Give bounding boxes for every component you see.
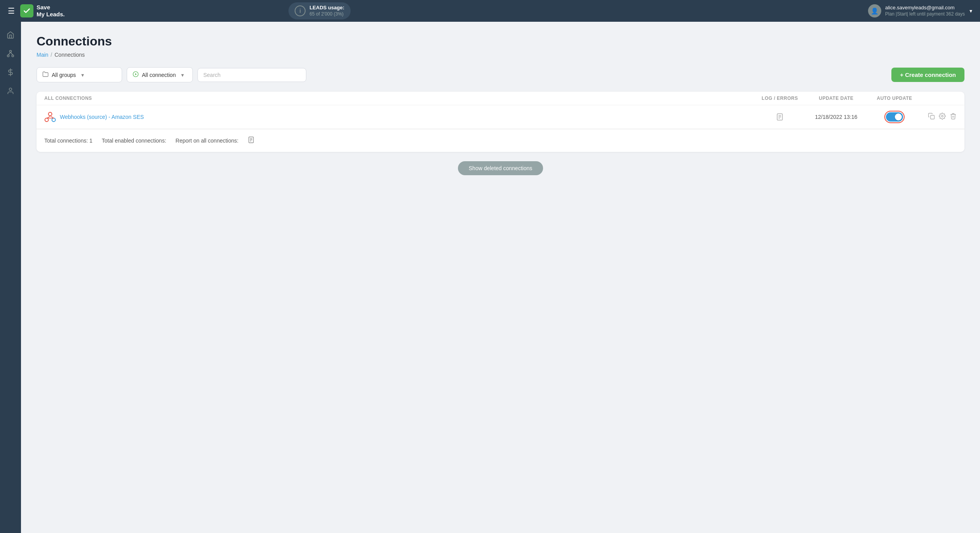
connection-name-cell: Webhooks (source) - Amazon SES bbox=[44, 111, 755, 123]
logo: Save My Leads. bbox=[20, 4, 65, 18]
show-deleted-button[interactable]: Show deleted connections bbox=[458, 161, 543, 175]
groups-select[interactable]: All groups ▾ bbox=[37, 67, 122, 82]
user-details: alice.savemyleads@gmail.com Plan |Start|… bbox=[885, 5, 965, 17]
svg-point-17 bbox=[942, 115, 943, 117]
header-auto-update: AUTO UPDATE bbox=[867, 96, 922, 101]
duplicate-icon[interactable] bbox=[928, 113, 935, 121]
log-icon-cell[interactable] bbox=[755, 113, 805, 121]
leads-usage-button[interactable]: i LEADS usage: 65 of 2'000 (3%) bbox=[288, 2, 351, 19]
table-footer: Total connections: 1 Total enabled conne… bbox=[37, 129, 964, 152]
create-connection-button[interactable]: + Create connection bbox=[891, 68, 964, 82]
svg-rect-16 bbox=[931, 115, 935, 119]
connection-type-select[interactable]: All connection ▾ bbox=[127, 67, 193, 82]
delete-icon[interactable] bbox=[950, 113, 957, 121]
leads-usage-text: LEADS usage: 65 of 2'000 (3%) bbox=[309, 5, 344, 17]
connection-play-icon bbox=[133, 71, 139, 78]
svg-line-4 bbox=[10, 52, 13, 55]
search-input[interactable] bbox=[197, 68, 306, 82]
connection-label: All connection bbox=[142, 72, 176, 78]
table-header: ALL CONNECTIONS LOG / ERRORS UPDATE DATE… bbox=[37, 92, 964, 105]
total-enabled: Total enabled connections: bbox=[102, 138, 166, 144]
show-deleted-wrapper: Show deleted connections bbox=[37, 161, 964, 175]
navbar-right: 👤 alice.savemyleads@gmail.com Plan |Star… bbox=[868, 4, 972, 17]
header-update-date: UPDATE DATE bbox=[805, 96, 867, 101]
groups-chevron-icon: ▾ bbox=[81, 72, 84, 78]
main-content: Connections Main / Connections All group… bbox=[21, 22, 980, 533]
breadcrumb-current: Connections bbox=[54, 52, 85, 58]
toolbar: All groups ▾ All connection ▾ + Create c… bbox=[37, 67, 964, 82]
navbar: ☰ Save My Leads. i LEADS usage: 65 of 2'… bbox=[0, 0, 980, 22]
report-label: Report on all connections: bbox=[176, 138, 239, 144]
navbar-chevron-icon[interactable]: ▾ bbox=[970, 8, 972, 14]
connection-chevron-icon: ▾ bbox=[181, 72, 184, 78]
account-icon bbox=[7, 87, 14, 97]
breadcrumb-separator: / bbox=[51, 52, 52, 58]
webhook-icon bbox=[44, 111, 56, 123]
sidebar-item-account[interactable] bbox=[3, 84, 18, 99]
table-row: Webhooks (source) - Amazon SES 12/18/202… bbox=[37, 105, 964, 129]
info-icon: i bbox=[295, 5, 306, 16]
header-actions bbox=[922, 96, 957, 101]
hamburger-icon[interactable]: ☰ bbox=[8, 6, 15, 16]
header-connections: ALL CONNECTIONS bbox=[44, 96, 755, 101]
connections-table: ALL CONNECTIONS LOG / ERRORS UPDATE DATE… bbox=[37, 92, 964, 152]
header-log: LOG / ERRORS bbox=[755, 96, 805, 101]
folder-icon bbox=[42, 71, 49, 78]
search-wrapper bbox=[197, 68, 306, 82]
svg-line-3 bbox=[8, 52, 10, 55]
toggle-cell bbox=[867, 111, 922, 123]
breadcrumb: Main / Connections bbox=[37, 52, 964, 58]
row-actions bbox=[922, 113, 957, 121]
groups-label: All groups bbox=[52, 72, 76, 78]
svg-marker-8 bbox=[135, 73, 137, 75]
auto-update-toggle[interactable] bbox=[886, 112, 903, 122]
toggle-highlight-border bbox=[884, 111, 905, 123]
sidebar-item-billing[interactable] bbox=[3, 65, 18, 81]
logo-icon bbox=[20, 4, 33, 17]
logo-text: Save My Leads. bbox=[37, 4, 65, 18]
user-avatar: 👤 bbox=[868, 4, 881, 17]
sidebar bbox=[0, 22, 21, 533]
leads-usage-container: i LEADS usage: 65 of 2'000 (3%) bbox=[288, 2, 351, 19]
settings-icon[interactable] bbox=[939, 113, 946, 121]
svg-point-11 bbox=[52, 118, 56, 122]
home-icon bbox=[7, 31, 14, 41]
breadcrumb-main-link[interactable]: Main bbox=[37, 52, 48, 58]
svg-point-10 bbox=[45, 118, 49, 122]
connection-link[interactable]: Webhooks (source) - Amazon SES bbox=[60, 114, 144, 120]
user-info[interactable]: 👤 alice.savemyleads@gmail.com Plan |Star… bbox=[868, 4, 965, 17]
update-date-cell: 12/18/2022 13:16 bbox=[805, 114, 867, 120]
page-title: Connections bbox=[37, 34, 964, 49]
billing-icon bbox=[7, 68, 14, 78]
svg-point-6 bbox=[9, 88, 12, 91]
connections-icon bbox=[7, 50, 14, 59]
svg-point-9 bbox=[49, 112, 52, 116]
total-connections: Total connections: 1 bbox=[44, 138, 93, 144]
report-icon[interactable] bbox=[248, 136, 255, 145]
sidebar-item-home[interactable] bbox=[3, 28, 18, 44]
sidebar-item-connections[interactable] bbox=[3, 47, 18, 62]
main-layout: Connections Main / Connections All group… bbox=[0, 22, 980, 533]
